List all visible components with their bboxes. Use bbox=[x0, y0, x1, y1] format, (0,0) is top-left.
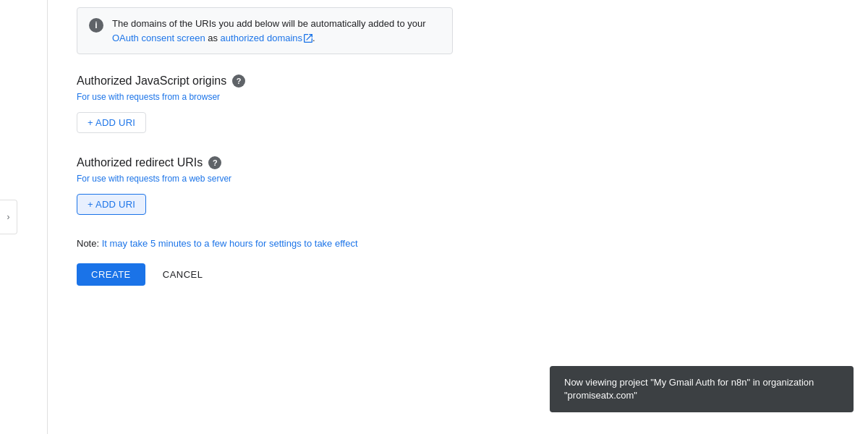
js-origins-title: Authorized JavaScript origins ? bbox=[77, 75, 839, 88]
cancel-button[interactable]: CANCEL bbox=[151, 263, 215, 286]
info-icon: i bbox=[89, 18, 103, 33]
js-origins-subtitle: For use with requests from a browser bbox=[77, 92, 839, 102]
chevron-right-icon: › bbox=[7, 212, 10, 222]
toast-notification: Now viewing project "My Gmail Auth for n… bbox=[550, 366, 854, 412]
info-banner-text: The domains of the URIs you add below wi… bbox=[112, 17, 441, 45]
note-text: Note: It may take 5 minutes to a few hou… bbox=[77, 238, 839, 249]
js-origins-add-uri-button[interactable]: + ADD URI bbox=[77, 112, 146, 133]
redirect-uris-title: Authorized redirect URIs ? bbox=[77, 156, 839, 169]
note-highlight-text: It may take 5 minutes to a few hours for… bbox=[102, 238, 358, 249]
note-prefix: Note: bbox=[77, 238, 102, 249]
redirect-uris-add-uri-button[interactable]: + ADD URI bbox=[77, 194, 146, 215]
redirect-uris-help-icon[interactable]: ? bbox=[208, 156, 221, 169]
js-origins-section: Authorized JavaScript origins ? For use … bbox=[77, 75, 839, 133]
info-text-after: . bbox=[312, 33, 315, 43]
create-button[interactable]: CREATE bbox=[77, 263, 145, 286]
note-section: Note: It may take 5 minutes to a few hou… bbox=[77, 238, 839, 249]
action-buttons: CREATE CANCEL bbox=[77, 263, 839, 286]
info-text-before: The domains of the URIs you add below wi… bbox=[112, 18, 426, 29]
oauth-consent-link[interactable]: OAuth consent screen bbox=[112, 33, 205, 43]
external-link-icon bbox=[304, 34, 312, 43]
redirect-uris-section: Authorized redirect URIs ? For use with … bbox=[77, 156, 839, 215]
info-text-middle: as bbox=[205, 33, 221, 43]
js-origins-help-icon[interactable]: ? bbox=[232, 75, 245, 88]
info-banner: i The domains of the URIs you add below … bbox=[77, 7, 453, 54]
authorized-domains-link[interactable]: authorized domains bbox=[221, 33, 312, 43]
redirect-uris-subtitle: For use with requests from a web server bbox=[77, 174, 839, 184]
sidebar-toggle-button[interactable]: › bbox=[0, 200, 17, 234]
